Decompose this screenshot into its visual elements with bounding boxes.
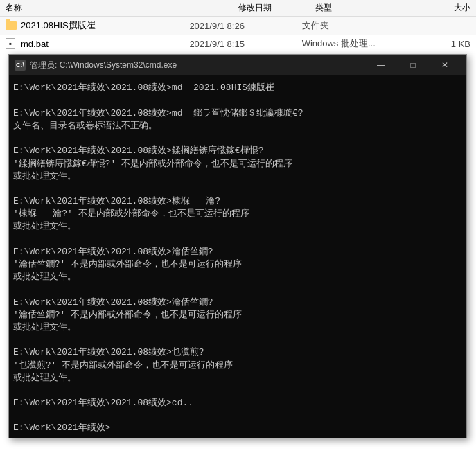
file-row-folder[interactable]: 2021.08HIS撰版崔 2021/9/1 8:26 文件夹 bbox=[0, 17, 476, 35]
bat-file-icon: ■ bbox=[6, 38, 17, 49]
file-table-header: 名称 修改日期 类型 大小 bbox=[0, 0, 476, 17]
cmd-line: '瀹佸竺鐗?' 不是内部或外部命令，也不是可运行的程序 bbox=[13, 309, 462, 321]
file-date-folder: 2021/9/1 8:26 bbox=[189, 21, 301, 31]
cmd-line bbox=[13, 76, 462, 82]
cmd-line bbox=[13, 334, 462, 346]
cmd-line: 或批处理文件。 bbox=[13, 372, 462, 384]
col-header-type: 类型 bbox=[315, 2, 393, 14]
cmd-line: E:\Work\2021年绩效\2021.08绩效>md 2021.08HIS鍊… bbox=[13, 82, 462, 94]
cmd-line: '乜瀵煎?' 不是内部或外部命令，也不是可运行的程序 bbox=[13, 359, 462, 372]
cmd-line: E:\Work\2021年绩效\2021.08绩效>瀹佸竺鐗? bbox=[13, 296, 462, 309]
cmd-line: 或批处理文件。 bbox=[13, 321, 462, 334]
cmd-line: E:\Work\2021年绩效\2021.08绩效>棣堢 瀹? bbox=[13, 195, 462, 208]
file-size-bat: 1 KB bbox=[414, 39, 470, 49]
cmd-line: 或批处理文件。 bbox=[13, 220, 462, 233]
cmd-icon: C:\ bbox=[15, 60, 26, 71]
cmd-line: E:\Work\2021年绩效\2021.08绩效>鍒搁繕锛庤惤鎵€樺惃? bbox=[13, 145, 462, 157]
cmd-line: E:\Work\2021年绩效> bbox=[13, 422, 462, 434]
cmd-line: '棣堢 瀹?' 不是内部或外部命令，也不是可运行的程序 bbox=[13, 208, 462, 220]
cmd-line: E:\Work\2021年绩效\2021.08绩效>cd.. bbox=[13, 397, 462, 409]
cmd-controls: — □ ✕ bbox=[365, 55, 461, 76]
cmd-content[interactable]: E:\Work\2021年绩效\2021.08绩效>md.bat E:\Work… bbox=[9, 76, 466, 438]
col-header-modified: 修改日期 bbox=[238, 2, 316, 14]
cmd-line: '鍒搁繕锛庤惤鎵€樺惃?' 不是内部或外部命令，也不是可运行的程序 bbox=[13, 158, 462, 170]
folder-icon bbox=[6, 20, 17, 31]
file-type-folder: 文件夹 bbox=[302, 19, 414, 32]
cmd-window: C:\ 管理员: C:\Windows\System32\cmd.exe — □… bbox=[8, 54, 467, 438]
minimize-button[interactable]: — bbox=[365, 55, 397, 76]
file-name-bat: md.bat bbox=[21, 39, 189, 49]
maximize-button[interactable]: □ bbox=[397, 55, 429, 76]
cmd-line bbox=[13, 95, 462, 107]
cmd-titlebar: C:\ 管理员: C:\Windows\System32\cmd.exe — □… bbox=[9, 55, 466, 76]
cmd-line: E:\Work\2021年绩效\2021.08绩效>md 鎯ラ疍忱储鎯＄纰瀛槺璇… bbox=[13, 107, 462, 120]
cmd-line: 文件名、目录名或卷标语法不正确。 bbox=[13, 120, 462, 132]
cmd-line bbox=[13, 283, 462, 296]
cmd-line: 或批处理文件。 bbox=[13, 271, 462, 283]
cmd-title: 管理员: C:\Windows\System32\cmd.exe bbox=[30, 60, 365, 71]
cmd-line bbox=[13, 409, 462, 422]
col-header-name: 名称 bbox=[6, 2, 238, 14]
cmd-line: E:\Work\2021年绩效\2021.08绩效>乜瀵煎? bbox=[13, 346, 462, 359]
cmd-line: '瀹佸竺鐗?' 不是内部或外部命令，也不是可运行的程序 bbox=[13, 258, 462, 271]
cmd-line bbox=[13, 233, 462, 246]
col-header-size: 大小 bbox=[393, 2, 470, 14]
cmd-line bbox=[13, 132, 462, 145]
file-name-folder: 2021.08HIS撰版崔 bbox=[21, 19, 189, 32]
file-type-bat: Windows 批处理... bbox=[302, 37, 414, 50]
cmd-line: E:\Work\2021年绩效\2021.08绩效>瀹佸竺鐗? bbox=[13, 246, 462, 258]
close-button[interactable]: ✕ bbox=[429, 55, 461, 76]
file-row-bat[interactable]: ■ md.bat 2021/9/1 8:15 Windows 批处理... 1 … bbox=[0, 35, 476, 53]
file-date-bat: 2021/9/1 8:15 bbox=[189, 39, 301, 49]
cmd-line bbox=[13, 183, 462, 195]
cmd-line: 或批处理文件。 bbox=[13, 170, 462, 183]
cmd-line bbox=[13, 384, 462, 397]
